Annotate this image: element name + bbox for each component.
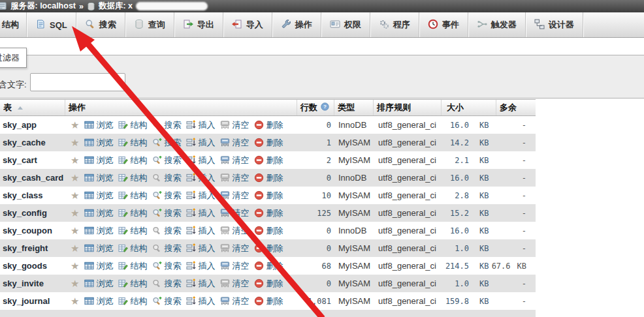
- table-name-link[interactable]: sky_journal: [0, 296, 65, 306]
- search-action[interactable]: 搜索: [152, 119, 181, 131]
- search-action[interactable]: 搜索: [152, 225, 181, 237]
- header-collation[interactable]: 排序规则: [374, 100, 442, 115]
- tab-triggers[interactable]: 触发器: [468, 12, 526, 37]
- drop-action[interactable]: 删除: [254, 225, 283, 237]
- table-name-link[interactable]: sky_class: [0, 190, 65, 200]
- browse-action[interactable]: 浏览: [84, 278, 113, 290]
- empty-action[interactable]: 清空: [220, 225, 249, 237]
- insert-action[interactable]: 插入: [186, 260, 215, 272]
- favorite-star-icon[interactable]: ★: [71, 173, 79, 183]
- header-type[interactable]: 类型: [334, 100, 374, 115]
- header-overhead[interactable]: 多余: [496, 100, 536, 115]
- tab-designer[interactable]: 设计器: [526, 12, 583, 37]
- favorite-star-icon[interactable]: ★: [71, 243, 79, 253]
- table-name-link[interactable]: sky_invite: [0, 279, 65, 288]
- empty-action[interactable]: 清空: [220, 119, 249, 131]
- table-name-link[interactable]: sky_app: [0, 120, 65, 130]
- drop-action[interactable]: 删除: [254, 155, 283, 166]
- header-size[interactable]: 大小: [442, 100, 496, 115]
- insert-action[interactable]: 插入: [186, 172, 215, 184]
- table-name-link[interactable]: sky_cache: [0, 138, 65, 147]
- structure-action[interactable]: 结构: [118, 295, 147, 307]
- tab-export[interactable]: 导出: [174, 12, 223, 37]
- browse-action[interactable]: 浏览: [84, 190, 113, 202]
- drop-action[interactable]: 删除: [254, 207, 283, 219]
- search-action[interactable]: 搜索: [152, 243, 181, 254]
- search-action[interactable]: 搜索: [152, 155, 181, 166]
- structure-action[interactable]: 结构: [118, 172, 147, 184]
- browse-action[interactable]: 浏览: [84, 295, 113, 307]
- tab-operations[interactable]: 操作: [272, 12, 321, 37]
- empty-action[interactable]: 清空: [220, 278, 249, 290]
- favorite-star-icon[interactable]: ★: [71, 138, 79, 147]
- tab-import[interactable]: 导入: [223, 12, 272, 37]
- favorite-star-icon[interactable]: ★: [71, 120, 79, 130]
- insert-action[interactable]: 插入: [186, 225, 215, 237]
- browse-action[interactable]: 浏览: [84, 207, 113, 219]
- table-name-link[interactable]: sky_config: [0, 208, 65, 218]
- browse-action[interactable]: 浏览: [84, 119, 113, 131]
- header-rows[interactable]: 行数 ?: [297, 100, 334, 115]
- insert-action[interactable]: 插入: [186, 295, 215, 307]
- table-name-link[interactable]: sky_goods: [0, 261, 65, 271]
- browse-action[interactable]: 浏览: [84, 243, 113, 254]
- favorite-star-icon[interactable]: ★: [71, 208, 79, 218]
- structure-action[interactable]: 结构: [118, 225, 147, 237]
- drop-action[interactable]: 删除: [254, 119, 283, 131]
- insert-action[interactable]: 插入: [186, 207, 215, 219]
- tab-sql[interactable]: SQL: [27, 12, 76, 37]
- empty-action[interactable]: 清空: [220, 137, 249, 149]
- favorite-star-icon[interactable]: ★: [71, 261, 79, 271]
- structure-action[interactable]: 结构: [118, 137, 147, 149]
- tab-query[interactable]: 查询: [125, 12, 174, 37]
- header-table-name[interactable]: 表: [0, 100, 65, 115]
- table-name-link[interactable]: sky_cart: [0, 155, 65, 165]
- structure-action[interactable]: 结构: [118, 278, 147, 290]
- tab-search[interactable]: 搜索: [76, 12, 125, 37]
- table-name-link[interactable]: sky_freight: [0, 243, 65, 253]
- drop-action[interactable]: 删除: [254, 190, 283, 202]
- favorite-star-icon[interactable]: ★: [71, 155, 79, 165]
- empty-action[interactable]: 清空: [220, 190, 249, 202]
- empty-action[interactable]: 清空: [220, 155, 249, 166]
- browse-action[interactable]: 浏览: [84, 260, 113, 272]
- structure-action[interactable]: 结构: [118, 207, 147, 219]
- breadcrumb-database-link[interactable]: 数据库: x: [99, 1, 133, 12]
- filter-input[interactable]: [30, 73, 125, 91]
- insert-action[interactable]: 插入: [186, 155, 215, 166]
- tab-structure[interactable]: 结构: [0, 12, 27, 37]
- browse-action[interactable]: 浏览: [84, 225, 113, 237]
- favorite-star-icon[interactable]: ★: [71, 296, 79, 306]
- search-action[interactable]: 搜索: [152, 295, 181, 307]
- browse-action[interactable]: 浏览: [84, 155, 113, 166]
- help-icon[interactable]: ?: [321, 102, 329, 113]
- table-name-link[interactable]: sky_coupon: [0, 226, 65, 235]
- drop-action[interactable]: 删除: [254, 278, 283, 290]
- browse-action[interactable]: 浏览: [84, 137, 113, 149]
- browse-action[interactable]: 浏览: [84, 172, 113, 184]
- search-action[interactable]: 搜索: [152, 207, 181, 219]
- structure-action[interactable]: 结构: [118, 260, 147, 272]
- drop-action[interactable]: 删除: [254, 137, 283, 149]
- search-action[interactable]: 搜索: [152, 260, 181, 272]
- drop-action[interactable]: 删除: [254, 172, 283, 184]
- drop-action[interactable]: 删除: [254, 260, 283, 272]
- drop-action[interactable]: 删除: [254, 243, 283, 254]
- search-action[interactable]: 搜索: [152, 172, 181, 184]
- empty-action[interactable]: 清空: [220, 243, 249, 254]
- structure-action[interactable]: 结构: [118, 190, 147, 202]
- structure-action[interactable]: 结构: [118, 119, 147, 131]
- search-action[interactable]: 搜索: [152, 190, 181, 202]
- structure-action[interactable]: 结构: [118, 155, 147, 166]
- insert-action[interactable]: 插入: [186, 243, 215, 254]
- empty-action[interactable]: 清空: [220, 172, 249, 184]
- search-action[interactable]: 搜索: [152, 278, 181, 290]
- favorite-star-icon[interactable]: ★: [71, 226, 79, 235]
- empty-action[interactable]: 清空: [220, 260, 249, 272]
- insert-action[interactable]: 插入: [186, 119, 215, 131]
- tab-events[interactable]: 事件: [419, 12, 468, 37]
- empty-action[interactable]: 清空: [220, 295, 249, 307]
- favorite-star-icon[interactable]: ★: [71, 190, 79, 200]
- tab-privileges[interactable]: 权限: [321, 12, 370, 37]
- search-action[interactable]: 搜索: [152, 137, 181, 149]
